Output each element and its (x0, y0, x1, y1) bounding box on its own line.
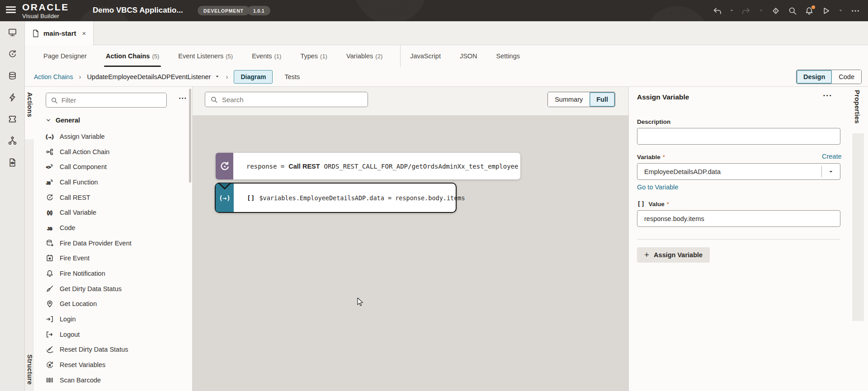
action-list-item[interactable]: Reset Variables (25, 357, 192, 372)
action-list-item[interactable]: Fire Data Provider Event (25, 236, 192, 251)
action-list-item[interactable]: Call Function (25, 174, 192, 190)
required-mark: * (667, 201, 669, 207)
node-assign-variable-selected[interactable]: (→) [] $variables.EmployeeDetailsADP.dat… (215, 183, 457, 213)
tab-diagram[interactable]: Diagram (234, 70, 273, 84)
close-tab-icon[interactable]: × (82, 29, 86, 37)
run-icon[interactable] (821, 6, 830, 15)
properties-title: Assign Variable (637, 93, 689, 101)
create-variable-link[interactable]: Create (822, 153, 842, 160)
chain-switcher-caret-icon[interactable] (215, 74, 220, 79)
environment-badge: DEVELOPMENT (198, 6, 250, 15)
module-tab[interactable]: JavaScript (400, 45, 443, 67)
module-tab[interactable]: Events (1) (250, 45, 283, 67)
action-list-item[interactable]: Fire Notification (25, 266, 192, 281)
undo-icon[interactable] (712, 6, 722, 15)
module-tabs: Page Designer Action Chains (5) Event Li… (25, 45, 868, 67)
action-list-item[interactable]: Call Component (25, 159, 192, 174)
description-input[interactable] (637, 128, 840, 145)
canvas-search-field[interactable] (205, 92, 368, 107)
summary-button[interactable]: Summary (548, 92, 590, 107)
module-tab[interactable]: Action Chains (5) (104, 45, 161, 67)
chevron-down-icon (46, 118, 51, 123)
module-tab[interactable]: JSON (458, 45, 479, 67)
action-list-item[interactable]: Reset Dirty Data Status (25, 342, 192, 358)
section-general[interactable]: General (46, 117, 80, 124)
module-tab[interactable]: Types (1) (298, 45, 329, 67)
module-tab[interactable]: Settings (495, 45, 522, 67)
action-list-item[interactable]: Get Dirty Data Status (25, 281, 192, 297)
action-list-item[interactable]: Scan Barcode (25, 372, 192, 388)
action-list-item[interactable]: Login (25, 311, 192, 327)
hamburger-menu-icon[interactable] (6, 6, 16, 14)
design-code-toggle: Design Code (796, 70, 862, 84)
description-label: Description (637, 118, 670, 125)
assign-node-strip: (→) (216, 184, 234, 212)
full-button[interactable]: Full (590, 92, 615, 107)
module-tab[interactable]: Variables (2) (344, 45, 384, 67)
diff-icon[interactable] (771, 6, 780, 15)
action-list-item[interactable]: Logout (25, 327, 192, 342)
code-mode-button[interactable]: Code (832, 70, 861, 84)
actions-list: Assign Variable Call Action Chain Call C… (25, 129, 192, 388)
action-item-icon (46, 345, 54, 353)
tab-tests[interactable]: Tests (284, 73, 300, 80)
redo-icon[interactable] (742, 6, 751, 15)
action-list-item[interactable]: Call Action Chain (25, 144, 192, 160)
module-tab[interactable]: Page Designer (42, 45, 89, 67)
run-menu-icon[interactable] (838, 8, 843, 13)
breadcrumb-action-chains[interactable]: Action Chains (34, 73, 73, 80)
design-mode-button[interactable]: Design (797, 70, 832, 84)
page-file-icon (32, 29, 39, 38)
rest-prefix: response = (246, 163, 284, 170)
action-list-item[interactable]: Call REST (25, 190, 192, 205)
properties-scrollbar-track[interactable] (853, 133, 864, 321)
add-assign-variable-button[interactable]: + Assign Variable (637, 247, 710, 263)
events-icon[interactable] (0, 86, 25, 108)
action-item-icon (46, 376, 54, 384)
tab-main-start[interactable]: main-start × (25, 21, 94, 45)
undo-menu-icon[interactable] (729, 8, 734, 13)
tab-actions-vertical[interactable]: Actions (26, 92, 33, 117)
action-item-icon (46, 239, 54, 247)
action-list-item[interactable]: Get Location (25, 297, 192, 312)
action-item-icon (46, 285, 54, 293)
canvas-background[interactable]: response = Call REST ORDS_REST_CALL_FOR_… (193, 115, 628, 391)
action-list-item[interactable]: Code (25, 220, 192, 236)
action-chains-icon[interactable] (0, 43, 25, 65)
sidebar-scrollbar[interactable] (189, 89, 191, 183)
data-icon[interactable] (0, 65, 25, 86)
variable-combobox[interactable]: EmployeeDetailsADP.data (637, 163, 840, 180)
redo-menu-icon[interactable] (759, 8, 764, 13)
actions-filter-field[interactable] (46, 93, 167, 108)
properties-panel: Assign Variable ••• Description Variable… (628, 87, 868, 391)
overflow-menu-icon[interactable] (851, 6, 860, 15)
combo-dropdown-icon[interactable] (822, 169, 840, 174)
canvas-search-input[interactable] (222, 96, 363, 104)
value-input[interactable] (637, 210, 840, 227)
action-item-icon (46, 330, 54, 339)
search-icon[interactable] (788, 6, 797, 15)
action-list-item[interactable]: Assign Variable (25, 129, 192, 144)
search-icon (210, 96, 218, 104)
screens-icon[interactable] (0, 21, 25, 43)
node-call-rest[interactable]: response = Call REST ORDS_REST_CALL_FOR_… (216, 153, 520, 179)
call-rest-node-strip (216, 153, 233, 179)
actions-menu-icon[interactable]: ••• (179, 96, 187, 101)
action-item-icon (46, 300, 54, 308)
notifications-icon[interactable] (805, 6, 814, 15)
action-list-item[interactable]: Fire Event (25, 251, 192, 266)
properties-menu-icon[interactable]: ••• (823, 93, 833, 98)
assign-node-text: [] $variables.EmployeeDetailsADP.data = … (234, 184, 477, 212)
brand-product: Visual Builder (22, 13, 69, 19)
goto-variable-link[interactable]: Go to Variable (637, 184, 679, 191)
filter-input[interactable] (61, 97, 162, 104)
action-list-item[interactable]: Call Variable (25, 205, 192, 220)
components-icon[interactable] (0, 108, 25, 130)
source-icon[interactable] (0, 151, 25, 173)
module-tab[interactable]: Event Listeners (5) (176, 45, 235, 67)
mouse-cursor (357, 297, 364, 307)
oracle-logo: ORACLE Visual Builder (22, 2, 69, 19)
app-title[interactable]: Demo VBCS Applicatio... (93, 6, 183, 15)
diagram-icon[interactable] (0, 130, 25, 151)
tab-properties-vertical[interactable]: Properties (854, 90, 861, 124)
